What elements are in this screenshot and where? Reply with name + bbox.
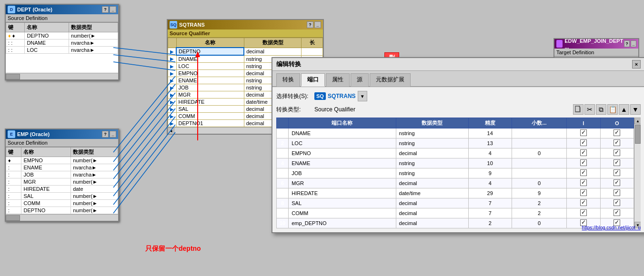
output-check[interactable]	[600, 158, 634, 168]
input-check[interactable]	[567, 158, 600, 168]
input-check[interactable]	[567, 178, 600, 188]
tab-metadata[interactable]: 元数据扩展	[370, 73, 411, 87]
dept-hscroll[interactable]	[6, 73, 118, 79]
scale	[512, 168, 566, 178]
sqtrans-name: SQTRANS	[328, 93, 356, 99]
emp-min-btn[interactable]: _	[110, 131, 116, 138]
edit-dialog-title: 编辑转换	[276, 60, 301, 69]
row-num: 8	[277, 198, 289, 208]
emp-subtitle: Source Definition	[6, 139, 118, 147]
down-icon[interactable]: ▼	[630, 104, 641, 115]
data-type: nstring	[396, 168, 468, 178]
row-num: 5	[277, 168, 289, 178]
output-check[interactable]	[600, 138, 634, 148]
svg-line-10	[113, 132, 175, 213]
output-check[interactable]	[600, 188, 634, 198]
port-name: MGR	[289, 178, 396, 188]
emp-hscroll-thumb[interactable]	[6, 215, 20, 221]
paste-icon[interactable]: 📋	[607, 104, 618, 115]
vscroll-up-btn[interactable]: ▲	[634, 118, 641, 124]
output-check[interactable]	[600, 168, 634, 178]
table-row: : COMM number(►	[6, 200, 118, 207]
copy-icon[interactable]: ⧉	[596, 104, 606, 115]
scale: 0	[512, 148, 566, 158]
port-table-scroll[interactable]: 端口名称 数据类型 精度 小数... I O 1 DNAME nstring	[276, 118, 634, 228]
output-check[interactable]	[600, 208, 634, 218]
dept-min-btn[interactable]: _	[110, 6, 116, 13]
dialog-close-btn[interactable]: ×	[632, 60, 641, 69]
row-num: 3	[277, 148, 289, 158]
edit-dialog-titlebar: 编辑转换 ×	[272, 58, 644, 71]
edw-help-btn[interactable]: ?	[624, 40, 630, 47]
transform-dropdown[interactable]: ▼	[358, 91, 367, 101]
field-type: date	[71, 186, 118, 193]
key-icon: :	[6, 207, 21, 214]
output-check[interactable]	[600, 198, 634, 208]
key-icon: :	[6, 178, 21, 186]
col-data-type: 数据类型	[396, 118, 468, 128]
data-type: nstring	[396, 158, 468, 168]
dept-subtitle: Source Definition	[6, 14, 118, 22]
field-name: MGR	[21, 178, 71, 186]
svg-line-6	[113, 101, 175, 179]
dept-help-btn[interactable]: ?	[102, 6, 109, 13]
input-check[interactable]	[567, 208, 600, 218]
table-row: : JOB nvarcha►	[6, 171, 118, 178]
cut-icon[interactable]: ✂	[584, 104, 595, 115]
output-check[interactable]	[600, 148, 634, 158]
sqtrans-help-btn[interactable]: ?	[307, 21, 313, 28]
table-row: : HIREDATE date	[6, 186, 118, 193]
sqtrans-badge: SQ	[314, 92, 326, 100]
input-check[interactable]	[567, 188, 600, 198]
sqtrans-min-btn[interactable]: _	[314, 21, 321, 28]
precision: 7	[468, 198, 512, 208]
dept-hscroll-thumb[interactable]	[6, 74, 20, 79]
vscroll-thumb[interactable]	[635, 125, 641, 144]
port-name: ENAME	[289, 158, 396, 168]
hscroll-left-btn[interactable]: ◄	[168, 128, 174, 134]
row-num: 2	[277, 138, 289, 148]
sqtrans-subtitle: Source Qualifier	[168, 30, 323, 38]
field-type: nvarcha►	[69, 39, 118, 47]
edw-title: EDW_EMP_JOIN_DEPT ...	[564, 38, 623, 49]
field-type: number(►	[69, 32, 118, 39]
output-check[interactable]	[600, 178, 634, 188]
tab-transform[interactable]: 转换	[276, 73, 300, 87]
input-check[interactable]	[567, 138, 600, 148]
input-check[interactable]	[567, 198, 600, 208]
scale: 2	[512, 208, 566, 218]
tab-port[interactable]: 端口	[301, 73, 325, 87]
field-name: COMM	[176, 113, 244, 120]
port-table-vscroll[interactable]: ▲ ▼	[634, 118, 641, 228]
input-check[interactable]	[567, 128, 600, 138]
edw-min-btn[interactable]: _	[631, 40, 636, 47]
table-row: : LOC nvarcha►	[6, 47, 118, 54]
row-num: 9	[277, 208, 289, 218]
output-check[interactable]	[600, 128, 634, 138]
bottom-link[interactable]: https://blog.csdn.net/jjicot_u	[582, 225, 641, 230]
port-arrow: ▶	[168, 99, 177, 106]
edw-icon	[556, 40, 563, 48]
table-row: 6 MGR decimal 4 0	[277, 178, 634, 188]
new-icon[interactable]	[573, 104, 584, 115]
emp-table-container: 键 名称 数据类型 ♦ EMPNO number(► : ENAME nvarc…	[6, 147, 118, 221]
svg-line-9	[113, 125, 175, 205]
edw-subtitle: Target Definition	[554, 49, 638, 57]
emp-hscroll[interactable]	[6, 214, 118, 221]
tab-source[interactable]: 源	[351, 73, 369, 87]
precision: 10	[468, 158, 512, 168]
up-icon[interactable]: ▲	[619, 104, 629, 115]
emp-col-type: 数据类型	[71, 148, 118, 157]
emp-help-btn[interactable]: ?	[102, 131, 109, 138]
tab-properties[interactable]: 属性	[326, 73, 350, 87]
port-arrow: ▶	[168, 55, 177, 63]
port-name: JOB	[289, 168, 396, 178]
transform-type-text: Source Qualifier	[314, 106, 571, 113]
port-name: HIREDATE	[289, 188, 396, 198]
data-type: decimal	[396, 208, 468, 218]
input-check[interactable]	[567, 168, 600, 178]
annotation-text: 只保留一个deptno	[145, 245, 201, 253]
emp-col-name: 名称	[21, 148, 71, 157]
input-check[interactable]	[567, 148, 600, 158]
table-row: : DNAME nvarcha►	[6, 39, 118, 47]
